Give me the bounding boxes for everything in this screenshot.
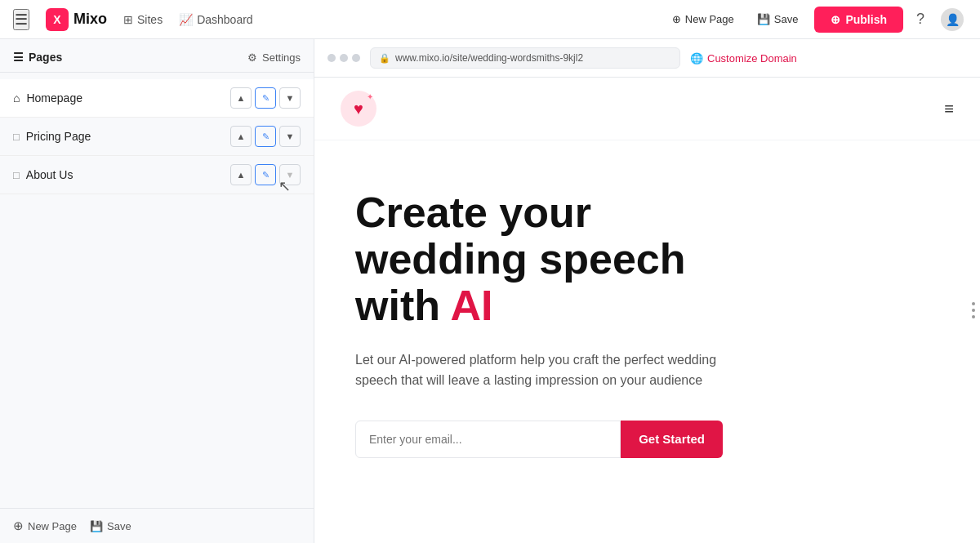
homepage-edit-button[interactable]: ✎ [255, 87, 276, 109]
page-item-homepage[interactable]: ⌂ Homepage ▲ ✎ ▼ [0, 79, 314, 118]
about-page-label: About Us [26, 168, 74, 181]
dashboard-label: Dashboard [197, 13, 253, 26]
publish-label: Publish [845, 13, 887, 26]
help-icon: ? [916, 11, 924, 27]
settings-label: Settings [262, 51, 301, 64]
url-text: www.mixo.io/site/wedding-wordsmiths-9kjl… [395, 52, 583, 64]
user-avatar-button[interactable]: 👤 [938, 5, 967, 34]
plus-circle-icon: ⊕ [672, 13, 681, 25]
hero-email-row: Get Started [355, 421, 723, 458]
hero-section: Create your wedding speech with AI Let o… [314, 140, 886, 491]
browser-dot-3 [352, 54, 360, 62]
browser-dots [327, 54, 360, 62]
nav-save-button[interactable]: 💾 Save [751, 10, 805, 29]
sidebar-footer: ⊕ New Page 💾 Save [0, 508, 314, 543]
hero-cta-button[interactable]: Get Started [621, 421, 723, 458]
handle-dot-3 [972, 315, 975, 318]
preview-hamburger-icon: ≡ [944, 100, 954, 118]
about-chevron-down-button[interactable]: ▼ [279, 164, 301, 185]
plus-icon: ⊕ [13, 519, 24, 533]
hero-heading-line3: with [355, 282, 451, 329]
settings-button[interactable]: ⚙ Settings [247, 51, 301, 64]
lock-icon: 🔒 [379, 53, 390, 64]
page-item-pricing[interactable]: □ Pricing Page ▲ ✎ ▼ [0, 118, 314, 156]
hero-heading: Create your wedding speech with AI [355, 189, 845, 330]
sidebar: ☰ Pages ⚙ Settings ⌂ Homepage ▲ ✎ ▼ [0, 39, 314, 543]
handle-dot-1 [972, 302, 975, 305]
customize-domain-button[interactable]: 🌐 Customize Domain [690, 52, 797, 65]
heart-icon: ♥ [354, 100, 363, 118]
nav-left: ☰ X Mixo ⊞ Sites 📈 Dashboard [13, 8, 253, 31]
chart-icon: 📈 [179, 13, 193, 26]
logo-text: Mixo [74, 11, 107, 28]
save-icon: 💾 [757, 13, 770, 25]
customize-domain-label: Customize Domain [707, 52, 797, 65]
user-avatar-icon: 👤 [941, 8, 964, 31]
sites-nav-link[interactable]: ⊞ Sites [123, 13, 163, 26]
sidebar-header: ☰ Pages ⚙ Settings [0, 39, 314, 73]
browser-url-bar[interactable]: 🔒 www.mixo.io/site/wedding-wordsmiths-9k… [370, 47, 680, 69]
publish-icon: ⊕ [831, 13, 840, 26]
pages-list: ⌂ Homepage ▲ ✎ ▼ □ Pricing Page ▲ ✎ [0, 73, 314, 508]
nav-new-page-button[interactable]: ⊕ New Page [666, 10, 741, 29]
preview-nav: ♥ ✦ ≡ [314, 78, 980, 140]
homepage-label: Homepage [26, 91, 82, 105]
homepage-chevron-down-button[interactable]: ▼ [279, 87, 301, 109]
about-chevron-up-button[interactable]: ▲ [230, 164, 252, 185]
hero-email-input[interactable] [355, 421, 621, 458]
globe-icon: 🌐 [690, 52, 703, 65]
pricing-page-label: Pricing Page [26, 130, 91, 143]
save-footer-button[interactable]: 💾 Save [90, 520, 131, 532]
about-actions: ▲ ✎ ▼ [230, 164, 301, 185]
sites-icon: ⊞ [123, 13, 133, 26]
preview-logo: ♥ ✦ [341, 91, 376, 127]
homepage-chevron-up-button[interactable]: ▲ [230, 87, 252, 109]
hero-heading-ai: AI [451, 282, 493, 329]
homepage-icon: ⌂ [13, 91, 20, 105]
pages-section-title: ☰ Pages [13, 51, 62, 64]
publish-button[interactable]: ⊕ Publish [814, 7, 903, 33]
hero-heading-line2: wedding speech [355, 235, 686, 283]
new-page-label: New Page [685, 13, 734, 25]
browser-dot-1 [327, 54, 336, 62]
nav-right: ⊕ New Page 💾 Save ⊕ Publish ? 👤 [666, 5, 967, 34]
hero-heading-line1: Create your [355, 189, 591, 236]
dashboard-nav-link[interactable]: 📈 Dashboard [179, 13, 253, 26]
page-item-about[interactable]: □ About Us ▲ ✎ ▼ ↖ [0, 156, 314, 194]
pricing-page-icon: □ [13, 131, 20, 143]
pricing-chevron-up-button[interactable]: ▲ [230, 126, 252, 147]
about-edit-button[interactable]: ✎ [255, 164, 276, 185]
browser-dot-2 [340, 54, 348, 62]
top-navigation: ☰ X Mixo ⊞ Sites 📈 Dashboard ⊕ New Page … [0, 0, 980, 39]
settings-icon: ⚙ [247, 51, 257, 64]
about-page-icon: □ [13, 169, 20, 181]
hero-subtext: Let our AI-powered platform help you cra… [355, 349, 723, 391]
logo: X Mixo [46, 8, 107, 31]
help-button[interactable]: ? [913, 7, 928, 31]
preview-area: 🔒 www.mixo.io/site/wedding-wordsmiths-9k… [314, 39, 980, 543]
save-label: Save [774, 13, 799, 25]
main-layout: ☰ Pages ⚙ Settings ⌂ Homepage ▲ ✎ ▼ [0, 39, 980, 543]
browser-bar: 🔒 www.mixo.io/site/wedding-wordsmiths-9k… [314, 39, 980, 78]
pages-icon: ☰ [13, 51, 24, 64]
save-footer-label: Save [107, 520, 131, 532]
logo-icon: X [46, 8, 69, 31]
website-preview: ♥ ✦ ≡ Create your wedding speech with AI… [314, 78, 980, 543]
add-new-page-button[interactable]: ⊕ New Page [13, 519, 77, 533]
homepage-actions: ▲ ✎ ▼ [230, 87, 301, 109]
sites-label: Sites [137, 13, 163, 26]
section-resize-handle[interactable] [967, 296, 980, 325]
pages-label: Pages [29, 51, 62, 64]
hamburger-menu-button[interactable]: ☰ [13, 9, 29, 30]
pricing-actions: ▲ ✎ ▼ [230, 126, 301, 147]
sparkle-icon: ✦ [367, 92, 373, 101]
pricing-chevron-down-button[interactable]: ▼ [279, 126, 301, 147]
save-footer-icon: 💾 [90, 520, 103, 532]
pricing-edit-button[interactable]: ✎ [255, 126, 276, 147]
handle-dot-2 [972, 309, 975, 312]
new-page-footer-label: New Page [28, 520, 77, 532]
